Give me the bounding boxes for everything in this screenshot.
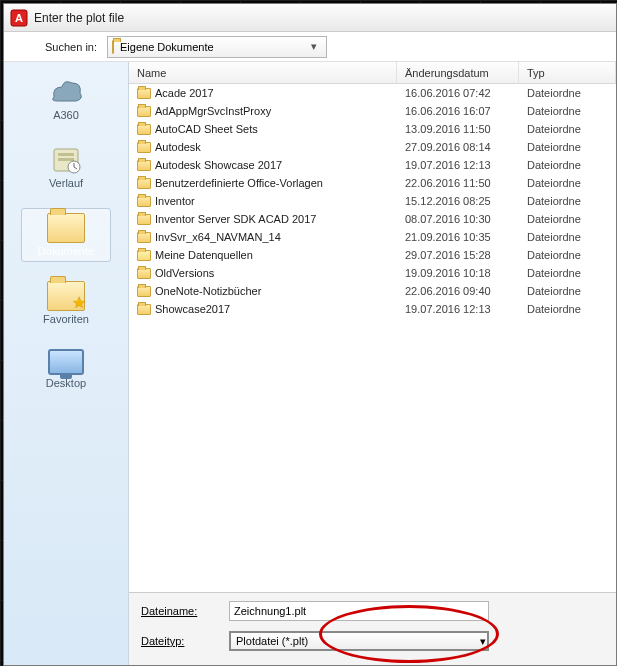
row-type: Dateiordne [519,159,616,171]
row-name: AutoCAD Sheet Sets [155,123,258,135]
folder-icon [137,196,151,207]
app-icon: A [10,9,28,27]
a360-icon [48,77,84,107]
row-modified: 19.09.2016 10:18 [397,267,519,279]
svg-text:A: A [15,12,23,24]
row-type: Dateiordne [519,105,616,117]
table-row[interactable]: Meine Datenquellen29.07.2016 15:28Dateio… [129,246,616,264]
place-desktop[interactable]: Desktop [21,344,111,394]
place-label: A360 [53,109,79,121]
place-label: Verlauf [49,177,83,189]
file-list[interactable]: Acade 201716.06.2016 07:42DateiordneAdAp… [129,84,616,592]
table-row[interactable]: InvSvr_x64_NAVMAN_1421.09.2016 10:35Date… [129,228,616,246]
row-type: Dateiordne [519,285,616,297]
place-label: Dokumente [38,245,94,257]
verlauf-icon [48,145,84,175]
filename-label: Dateiname: [137,605,229,617]
desktop-icon [48,349,84,375]
folder-db-icon [137,250,151,261]
folder-icon [137,142,151,153]
folder-icon [137,124,151,135]
folder-icon [137,232,151,243]
filetype-combo[interactable]: Plotdatei (*.plt) ▾ [229,631,489,651]
row-name: Meine Datenquellen [155,249,253,261]
table-row[interactable]: Inventor15.12.2016 08:25Dateiordne [129,192,616,210]
look-in-row: Suchen in: Eigene Dokumente ▾ [4,32,616,62]
row-modified: 22.06.2016 11:50 [397,177,519,189]
row-name: Autodesk [155,141,201,153]
row-type: Dateiordne [519,231,616,243]
favoriten-icon [47,281,85,311]
row-type: Dateiordne [519,123,616,135]
row-type: Dateiordne [519,249,616,261]
row-type: Dateiordne [519,177,616,189]
column-header-type[interactable]: Typ [519,62,616,83]
row-name: Acade 2017 [155,87,214,99]
look-in-value: Eigene Dokumente [120,41,214,53]
row-modified: 21.09.2016 10:35 [397,231,519,243]
row-type: Dateiordne [519,195,616,207]
folder-icon [137,214,151,225]
row-name: AdAppMgrSvcInstProxy [155,105,271,117]
filename-input[interactable] [229,601,489,621]
table-row[interactable]: Showcase201719.07.2016 12:13Dateiordne [129,300,616,318]
row-name: Inventor Server SDK ACAD 2017 [155,213,316,225]
table-row[interactable]: Autodesk Showcase 201719.07.2016 12:13Da… [129,156,616,174]
table-row[interactable]: AdAppMgrSvcInstProxy16.06.2016 16:07Date… [129,102,616,120]
row-type: Dateiordne [519,267,616,279]
folder-icon [137,286,151,297]
table-row[interactable]: OneNote-Notizbücher22.06.2016 09:40Datei… [129,282,616,300]
folder-icon [112,41,114,53]
row-modified: 19.07.2016 12:13 [397,159,519,171]
place-favoriten[interactable]: Favoriten [21,276,111,330]
file-dialog: A Enter the plot file Suchen in: Eigene … [3,3,617,666]
table-row[interactable]: Autodesk27.09.2016 08:14Dateiordne [129,138,616,156]
look-in-label: Suchen in: [12,41,107,53]
titlebar[interactable]: A Enter the plot file [4,4,616,32]
table-row[interactable]: AutoCAD Sheet Sets13.09.2016 11:50Dateio… [129,120,616,138]
place-a360[interactable]: A360 [21,72,111,126]
table-row[interactable]: OldVersions19.09.2016 10:18Dateiordne [129,264,616,282]
filetype-value: Plotdatei (*.plt) [236,635,308,647]
folder-icon [137,178,151,189]
row-name: OldVersions [155,267,214,279]
column-header-modified[interactable]: Änderungsdatum [397,62,519,83]
place-verlauf[interactable]: Verlauf [21,140,111,194]
row-type: Dateiordne [519,141,616,153]
table-row[interactable]: Inventor Server SDK ACAD 201708.07.2016 … [129,210,616,228]
filetype-label: Dateityp: [137,635,229,647]
row-name: Showcase2017 [155,303,230,315]
row-modified: 29.07.2016 15:28 [397,249,519,261]
row-modified: 15.12.2016 08:25 [397,195,519,207]
table-row[interactable]: Acade 201716.06.2016 07:42Dateiordne [129,84,616,102]
places-bar: A360VerlaufDokumenteFavoritenDesktop [4,62,129,665]
svg-rect-3 [58,153,74,156]
folder-icon [137,160,151,171]
list-header: Name Änderungsdatum Typ [129,62,616,84]
place-dokumente[interactable]: Dokumente [21,208,111,262]
bottom-panel: Dateiname: Dateityp: Plotdatei (*.plt) ▾ [129,592,616,665]
folder-icon [137,88,151,99]
folder-icon [137,268,151,279]
row-name: Inventor [155,195,195,207]
row-type: Dateiordne [519,213,616,225]
row-type: Dateiordne [519,303,616,315]
chevron-down-icon: ▾ [480,635,486,648]
row-modified: 27.09.2016 08:14 [397,141,519,153]
row-name: Benutzerdefinierte Office-Vorlagen [155,177,323,189]
row-modified: 22.06.2016 09:40 [397,285,519,297]
chevron-down-icon: ▾ [306,40,322,53]
row-modified: 16.06.2016 16:07 [397,105,519,117]
row-type: Dateiordne [519,87,616,99]
folder-icon [137,304,151,315]
row-name: OneNote-Notizbücher [155,285,261,297]
row-modified: 19.07.2016 12:13 [397,303,519,315]
window-title: Enter the plot file [34,11,124,25]
svg-rect-4 [58,158,74,161]
row-name: InvSvr_x64_NAVMAN_14 [155,231,281,243]
table-row[interactable]: Benutzerdefinierte Office-Vorlagen22.06.… [129,174,616,192]
look-in-combo[interactable]: Eigene Dokumente ▾ [107,36,327,58]
column-header-name[interactable]: Name [129,62,397,83]
row-modified: 16.06.2016 07:42 [397,87,519,99]
folder-icon [137,106,151,117]
